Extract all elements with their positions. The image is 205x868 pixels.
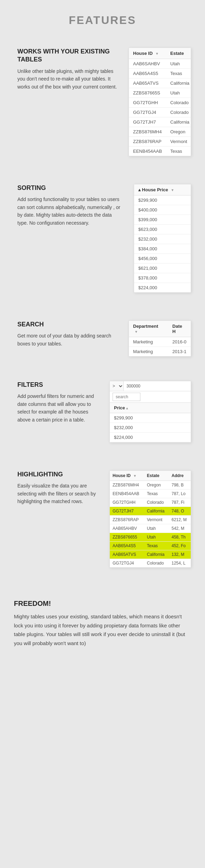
table-row: ZZBS876MH4Oregon (129, 127, 191, 137)
col-price: Price ▴ (110, 403, 191, 413)
sort-icon[interactable]: ▼ (133, 474, 137, 478)
table-row: $456,000 (134, 254, 191, 264)
filter-search-input[interactable] (113, 393, 140, 401)
sort-icon[interactable]: ▼ (134, 330, 138, 334)
col-house-id: House ID ▼ (110, 471, 144, 481)
table-row: $621,000 (134, 264, 191, 273)
section5-text: HIGHLIGHTING Easily visualize the data y… (10, 467, 106, 509)
section4-text: FILTERS Add powerful filters for numeric… (10, 377, 106, 427)
table-row: AAB65ATVSCalifornia132, M (110, 550, 191, 559)
table-row: Marketing2016-0 (129, 337, 191, 347)
table-row: EENB454AABTexas787, Lo (110, 490, 191, 498)
section2-visual: ▴ House Price ▼ $299,900$400,000$399,000… (130, 181, 195, 296)
table-row: EENB454AABTexas (129, 147, 191, 156)
section1-visual: House ID ▼ Estate AAB6SAHBVUtahAAB65A4S5… (125, 44, 195, 160)
sort-icon-left[interactable]: ▴ (138, 187, 141, 192)
section-sorting: ▴ House Price ▼ $299,900$400,000$399,000… (0, 174, 205, 303)
table-row: $378,000 (134, 273, 191, 283)
section4-desc: Add powerful filters for numeric and dat… (17, 392, 99, 424)
table-row: GG72TGHHColorado787, Fi (110, 498, 191, 507)
section3-table: Department ▼ Date H Marketing2016-0Marke… (129, 320, 191, 357)
table-row: AAB65AHBVUtah542, M (110, 524, 191, 533)
filter-box: > < = Price ▴ $299,900$232,0 (109, 381, 191, 443)
section1-text: WORKS WITH YOUR EXISTING TABLES Unlike o… (10, 44, 125, 94)
section-highlighting: HIGHLIGHTING Easily visualize the data y… (0, 460, 205, 578)
table-row: AAB65ATVSCalifornia (129, 78, 191, 88)
table-row: ZZBS87665SUtah (129, 88, 191, 98)
section6-desc: Mighty tables uses your existing, standa… (14, 612, 191, 648)
table-row: AAB65A4S5Texas452, Fo (110, 542, 191, 550)
section2-text: SORTING Add sorting functionality to you… (10, 181, 130, 230)
table-row: $232,000 (134, 234, 191, 244)
table-row: Marketing2013-1 (129, 347, 191, 357)
sort-icon[interactable]: ▼ (155, 52, 159, 56)
filter-top-row: > < = (110, 381, 191, 391)
table-row: AAB65A4S5Texas (129, 69, 191, 78)
col-house-id: House ID ▼ (129, 48, 166, 59)
table-row: GG72TGJ4Colorado1254, L (110, 559, 191, 568)
table-row: $400,000 (134, 205, 191, 215)
filter-value-input[interactable] (124, 381, 191, 391)
section3-desc: Get more out of your data by adding sear… (17, 332, 118, 348)
col-department: Department ▼ (129, 321, 168, 337)
col-address: Addre (169, 471, 191, 481)
section2-table: ▴ House Price ▼ $299,900$400,000$399,000… (134, 184, 191, 293)
section3-visual: Department ▼ Date H Marketing2016-0Marke… (125, 317, 195, 360)
section-freedom: FREEDOM! Mighty tables uses your existin… (0, 589, 205, 658)
table-row: $623,000 (134, 225, 191, 234)
section4-visual: > < = Price ▴ $299,900$232,0 (106, 377, 195, 446)
table-row: GG72TJH7California (129, 117, 191, 127)
section3-title: SEARCH (17, 320, 118, 328)
section1-table: House ID ▼ Estate AAB6SAHBVUtahAAB65A4S5… (129, 48, 191, 156)
table-row: AAB6SAHBVUtah (129, 59, 191, 69)
table-row: ZZBS876MH4Oregon798, B (110, 481, 191, 490)
section1-desc: Unlike other table plugins, with mighty … (17, 67, 118, 91)
col-date: Date H (168, 321, 191, 337)
page-title: FEATURES (0, 0, 205, 37)
section5-table: House ID ▼ Estate Addre ZZBS876MH4Oregon… (109, 470, 191, 568)
section2-title: SORTING (17, 184, 123, 192)
table-row: $224,000 (110, 433, 191, 442)
table-row: ZZBS876655Utah458, Th (110, 533, 191, 542)
col-estate: Estate (144, 471, 169, 481)
section1-title: WORKS WITH YOUR EXISTING TABLES (17, 48, 118, 64)
section3-text: SEARCH Get more out of your data by addi… (10, 317, 125, 351)
table-row: $224,000 (134, 283, 191, 293)
table-row: GG72TJH7California748, O (110, 507, 191, 516)
table-row: $384,000 (134, 244, 191, 254)
table-row: ZZBS876RAPVermont (129, 137, 191, 147)
table-row: GG72TGHHColorado (129, 98, 191, 108)
sort-icon-right[interactable]: ▼ (171, 188, 174, 192)
filter-search-row (110, 391, 191, 403)
table-row: ZZBS876RAPVermont6212, M (110, 516, 191, 524)
table-row: GG72TGJ4Colorado (129, 108, 191, 117)
sort-up-icon[interactable]: ▴ (126, 406, 128, 410)
section4-title: FILTERS (17, 381, 99, 389)
table-row: $299,900 (134, 195, 191, 205)
col-estate: Estate (166, 48, 191, 59)
table-row: $299,900 (110, 413, 191, 423)
table-row: $399,000 (134, 215, 191, 225)
filter-operator-select[interactable]: > < = (110, 381, 124, 391)
section5-visual: House ID ▼ Estate Addre ZZBS876MH4Oregon… (106, 467, 195, 571)
section5-title: HIGHLIGHTING (17, 470, 99, 478)
section-filters: > < = Price ▴ $299,900$232,0 (0, 370, 205, 453)
section5-desc: Easily visualize the data you are select… (17, 482, 99, 505)
section2-desc: Add sorting functionality to your tables… (17, 195, 123, 227)
col-house-price: ▴ House Price ▼ (134, 184, 191, 195)
table-row: $232,000 (110, 423, 191, 433)
section6-title: FREEDOM! (14, 599, 191, 608)
section-works-with-tables: WORKS WITH YOUR EXISTING TABLES Unlike o… (0, 37, 205, 167)
section-search: SEARCH Get more out of your data by addi… (0, 310, 205, 364)
